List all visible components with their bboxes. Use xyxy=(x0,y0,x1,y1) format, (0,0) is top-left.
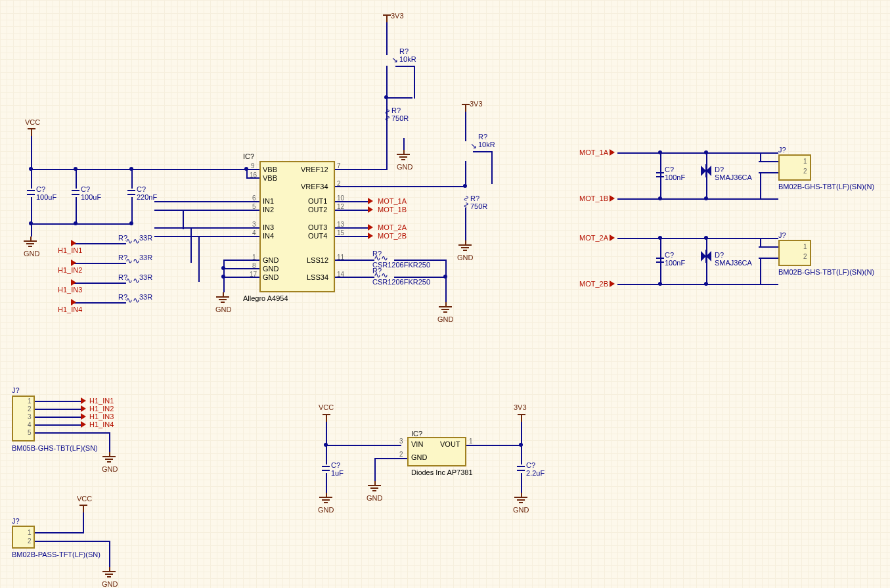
cap-c6 xyxy=(656,170,664,180)
gnd-vref34 xyxy=(458,240,474,252)
gnd-caps xyxy=(24,237,39,248)
gnd-sense xyxy=(439,302,455,314)
port-h1-in2: H1_IN2 xyxy=(58,266,82,274)
port-mot-2b: MOT_2B xyxy=(378,232,407,240)
cap-c7 xyxy=(656,255,664,265)
pwr-vcc-j2 xyxy=(79,505,87,512)
svg-marker-3 xyxy=(701,251,706,261)
gnd-c4 xyxy=(319,493,335,505)
cap-c3 xyxy=(127,187,135,198)
pwr-vcc-reg xyxy=(323,414,330,422)
gnd-j2 xyxy=(102,567,118,579)
port-mot-2a: MOT_2A xyxy=(378,223,407,231)
svg-marker-0 xyxy=(701,166,706,176)
gnd-vref12-div xyxy=(397,150,412,162)
pwr-3v3-b xyxy=(462,104,470,112)
pwr-3v3-reg xyxy=(518,414,525,422)
port-h1-in4: H1_IN4 xyxy=(58,305,82,313)
port-mot-2a-right: MOT_2A xyxy=(579,234,608,242)
gnd-c5 xyxy=(514,493,530,505)
port-mot-2b-right: MOT_2B xyxy=(579,280,608,288)
port-mot-1a-right: MOT_1A xyxy=(579,148,608,156)
port-h1-in1: H1_IN1 xyxy=(58,246,82,254)
cap-c5 xyxy=(517,463,525,474)
vcc-label: VCC xyxy=(25,118,40,126)
port-h1-in3: H1_IN3 xyxy=(58,286,82,294)
cap-c1 xyxy=(27,187,35,198)
port-mot-1b: MOT_1B xyxy=(378,206,407,214)
pwr-3v3-a xyxy=(383,14,391,22)
ic2-designator: IC? xyxy=(411,430,422,438)
ic2-partname: Diodes Inc AP7381 xyxy=(411,468,473,476)
vcc-pwr xyxy=(28,128,35,136)
gnd-reg xyxy=(368,481,384,493)
port-mot-1a: MOT_1A xyxy=(378,197,407,205)
gnd-ic1 xyxy=(216,292,232,304)
cap-c2 xyxy=(72,187,79,198)
ic1-designator: IC? xyxy=(243,152,254,160)
gnd-j1 xyxy=(102,452,118,464)
cap-c4 xyxy=(322,463,330,474)
port-mot-1b-right: MOT_1B xyxy=(579,194,608,202)
ic1-partname: Allegro A4954 xyxy=(243,294,288,302)
